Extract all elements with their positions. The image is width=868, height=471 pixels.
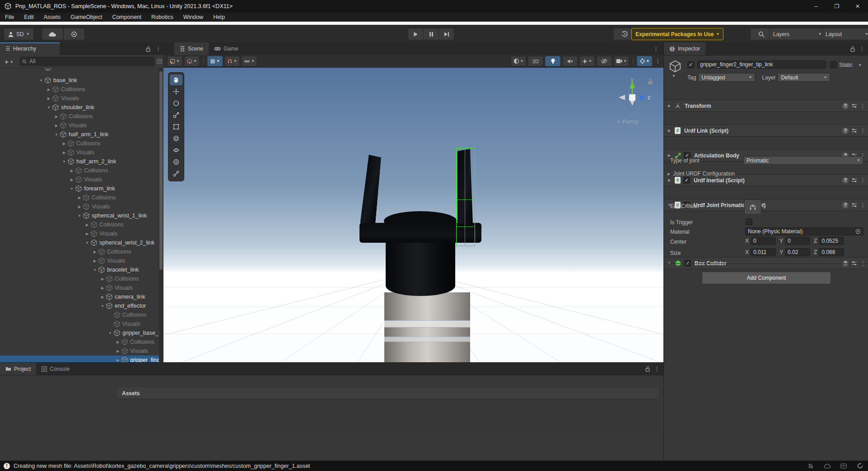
expand-arrow-icon[interactable] xyxy=(99,304,106,308)
menu-gameobject[interactable]: GameObject xyxy=(65,13,107,22)
hierarchy-row[interactable]: Visuals xyxy=(0,283,159,292)
progress-spinner-icon[interactable] xyxy=(857,462,863,469)
expand-arrow-icon[interactable] xyxy=(61,142,67,146)
foldout-arrow-icon[interactable]: ▶ xyxy=(667,172,670,176)
tab-scene[interactable]: Scene xyxy=(174,42,209,55)
version-control-button[interactable] xyxy=(63,28,85,40)
panel-menu-icon[interactable]: ⋮ xyxy=(655,58,661,65)
hierarchy-row[interactable]: Collisions xyxy=(0,193,159,202)
add-component-button[interactable]: Add Component xyxy=(702,272,831,284)
pivot-orientation-button[interactable]: ▼ xyxy=(184,56,200,66)
hierarchy-row[interactable]: Visuals xyxy=(0,148,159,157)
foldout-arrow-icon[interactable]: ▶ xyxy=(667,178,672,182)
robot-wrist-cylinder[interactable] xyxy=(386,239,455,296)
menu-edit[interactable]: Edit xyxy=(19,13,39,22)
panel-menu-icon[interactable]: ⋮ xyxy=(654,365,660,372)
status-message[interactable]: Creating new mesh file: Assets\Robot\kor… xyxy=(14,463,310,469)
expand-arrow-icon[interactable] xyxy=(115,340,121,344)
material-object-field[interactable]: None (Physic Material) xyxy=(745,227,863,236)
hierarchy-search-field[interactable] xyxy=(20,57,154,66)
lock-icon[interactable] xyxy=(645,366,650,372)
name-field[interactable] xyxy=(697,60,826,69)
expand-arrow-icon[interactable] xyxy=(115,349,121,353)
center-x-field[interactable] xyxy=(751,237,776,245)
status-info-icon[interactable]: ! xyxy=(4,463,10,469)
expand-arrow-icon[interactable] xyxy=(107,331,113,335)
menu-help[interactable]: Help xyxy=(208,13,230,22)
foldout-arrow-icon[interactable]: ▶ xyxy=(667,129,672,133)
hierarchy-row[interactable]: gripper_base_link xyxy=(0,328,159,337)
hierarchy-row[interactable]: Visuals xyxy=(0,229,159,238)
expand-arrow-icon[interactable] xyxy=(46,106,52,110)
component-menu-icon[interactable]: ⋮ xyxy=(860,202,866,208)
hierarchy-row[interactable]: Collisions xyxy=(0,247,159,256)
scale-tool[interactable] xyxy=(170,110,182,120)
expand-arrow-icon[interactable] xyxy=(53,133,60,137)
articulation-tool[interactable] xyxy=(170,168,182,179)
gizmos-button[interactable]: ▼ xyxy=(637,56,652,66)
expand-arrow-icon[interactable] xyxy=(61,160,67,164)
hierarchy-row[interactable]: Visuals xyxy=(0,202,159,211)
tool-settings-button[interactable]: ▼ xyxy=(167,56,182,66)
center-y-input[interactable] xyxy=(788,238,807,244)
center-y-field[interactable] xyxy=(785,237,810,245)
scene-lighting-button[interactable] xyxy=(545,56,560,66)
maximize-button[interactable]: ❐ xyxy=(826,0,847,13)
custom-tool[interactable] xyxy=(170,157,182,167)
size-y-input[interactable] xyxy=(788,249,807,255)
expand-arrow-icon[interactable] xyxy=(99,277,106,281)
expand-arrow-icon[interactable] xyxy=(84,223,90,227)
pause-button[interactable] xyxy=(424,28,439,40)
grid-visibility-button[interactable]: ▼ xyxy=(207,56,223,66)
hierarchy-row[interactable]: Visuals xyxy=(0,121,159,130)
hierarchy-row[interactable]: Collisions xyxy=(0,112,159,121)
component-urdf-link[interactable]: ▶ # Urdf Link (Script) ? ⋮ xyxy=(664,125,868,137)
prefab-dropdown-icon[interactable]: ▼ xyxy=(672,74,676,78)
custom-tool[interactable] xyxy=(170,145,182,156)
hierarchy-scrollbar[interactable] xyxy=(159,68,163,362)
notifications-muted-icon[interactable] xyxy=(807,463,814,469)
rect-tool[interactable] xyxy=(170,121,182,132)
help-icon[interactable]: ? xyxy=(842,177,849,184)
view-hand-tool[interactable] xyxy=(170,74,182,85)
snap-button[interactable]: ▼ xyxy=(224,56,240,66)
add-object-dropdown-icon[interactable]: ▼ xyxy=(10,60,14,64)
effects-button[interactable]: ▼ xyxy=(579,56,595,66)
hierarchy-row[interactable]: gripper_finger2_finger_tip_link xyxy=(0,356,159,362)
account-button[interactable]: SD ▼ xyxy=(4,28,34,40)
experimental-packages-button[interactable]: Experimental Packages In Use ▼ xyxy=(631,28,723,40)
active-checkbox[interactable]: ✓ xyxy=(687,61,694,68)
layer-dropdown[interactable]: Default▼ xyxy=(778,73,830,82)
tab-console[interactable]: Console xyxy=(36,363,75,375)
menu-robotics[interactable]: Robotics xyxy=(146,13,178,22)
hierarchy-row[interactable]: base_link xyxy=(0,76,159,85)
expand-arrow-icon[interactable] xyxy=(69,178,75,182)
layers-dropdown[interactable]: Layers ▼ xyxy=(769,28,826,40)
tag-dropdown[interactable]: Untagged▼ xyxy=(698,73,755,82)
presets-icon[interactable] xyxy=(851,177,857,183)
menu-window[interactable]: Window xyxy=(178,13,208,22)
expand-arrow-icon[interactable] xyxy=(76,214,83,218)
hierarchy-row[interactable] xyxy=(0,68,159,76)
size-z-field[interactable] xyxy=(819,248,844,256)
hierarchy-row[interactable]: Collisions xyxy=(0,139,159,148)
expand-arrow-icon[interactable] xyxy=(84,241,90,245)
presets-icon[interactable] xyxy=(851,103,857,109)
hierarchy-row[interactable]: Visuals xyxy=(0,94,159,103)
hierarchy-row[interactable]: Visuals xyxy=(0,346,159,356)
close-button[interactable]: ✕ xyxy=(847,0,868,13)
panel-menu-icon[interactable]: ⋮ xyxy=(155,45,161,52)
hierarchy-row[interactable]: Collisions xyxy=(0,310,159,319)
expand-arrow-icon[interactable] xyxy=(92,250,98,254)
cloud-button[interactable] xyxy=(42,28,63,40)
hierarchy-row[interactable]: bracelet_link xyxy=(0,265,159,274)
scrollbar-thumb[interactable] xyxy=(159,71,163,270)
hierarchy-row[interactable]: half_arm_2_link xyxy=(0,157,159,166)
size-x-input[interactable] xyxy=(753,249,773,255)
hierarchy-row[interactable]: end_effector xyxy=(0,301,159,310)
expand-arrow-icon[interactable] xyxy=(46,88,52,92)
gameobject-name-input[interactable] xyxy=(700,61,824,68)
component-transform[interactable]: ▶ Transform ? ⋮ xyxy=(664,100,868,112)
lock-icon[interactable] xyxy=(850,46,855,52)
expand-arrow-icon[interactable] xyxy=(99,295,106,299)
